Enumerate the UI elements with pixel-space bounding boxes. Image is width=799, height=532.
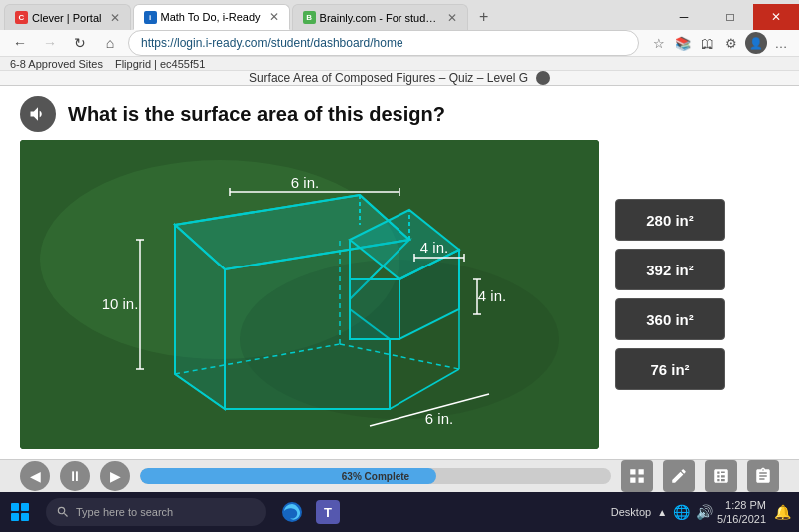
controls-bar: ◀ ⏸ ▶ 63% Complete <box>0 459 799 492</box>
windows-logo <box>11 503 29 521</box>
grid-icon <box>628 467 646 485</box>
pencil-icon-button[interactable] <box>663 460 695 492</box>
svg-text:6 in.: 6 in. <box>291 174 319 191</box>
teams-svg: T <box>316 500 340 524</box>
taskbar-search-icon <box>56 505 70 519</box>
answer-button-2[interactable]: 392 in² <box>615 249 725 290</box>
taskbar-volume-icon[interactable]: 🔊 <box>696 504 713 520</box>
taskbar-teams-icon[interactable]: T <box>314 498 342 526</box>
reading-mode-icon[interactable]: 🕮 <box>697 33 717 53</box>
svg-marker-7 <box>350 279 400 339</box>
more-options-icon[interactable]: … <box>771 33 791 53</box>
question-row: What is the surface area of this design? <box>20 96 779 132</box>
back-nav-button[interactable]: ◀ <box>20 461 50 491</box>
grid-icon-button[interactable] <box>621 460 653 492</box>
pencil-icon <box>670 467 688 485</box>
browser-frame: C Clever | Portal ✕ i Math To Do, i-Read… <box>0 0 799 492</box>
window-minimize[interactable]: ─ <box>661 4 707 30</box>
forward-nav-button[interactable]: ▶ <box>100 461 130 491</box>
taskbar-icons: T <box>272 498 348 526</box>
quiz-header: Surface Area of Composed Figures – Quiz … <box>0 71 799 86</box>
profile-icon[interactable]: 👤 <box>745 32 767 54</box>
collections-icon[interactable]: 📚 <box>673 33 693 53</box>
figure-answers-row: 6 in. 4 in. 4 in. 10 in. <box>20 140 779 449</box>
taskbar-clock: 1:28 PM 5/16/2021 <box>717 498 766 527</box>
extensions-icon[interactable]: ⚙ <box>721 33 741 53</box>
svg-text:6 in.: 6 in. <box>425 410 453 427</box>
taskbar-date: 5/16/2021 <box>717 512 766 526</box>
home-button[interactable]: ⌂ <box>98 31 122 55</box>
taskbar-search-bar[interactable]: Type here to search <box>46 498 266 526</box>
answers-column: 280 in² 392 in² 360 in² 76 in² <box>599 140 725 449</box>
progress-bar: 63% Complete <box>140 468 611 484</box>
tab-close-iready[interactable]: ✕ <box>269 10 279 24</box>
desktop-label: Desktop <box>611 506 651 518</box>
main-content: What is the surface area of this design? <box>0 86 799 459</box>
taskbar-search-text: Type here to search <box>76 506 173 518</box>
bookmark-flipgrid[interactable]: Flipgrid | ec455f51 <box>115 58 205 70</box>
quiz-header-indicator <box>536 71 550 85</box>
notification-button[interactable]: 🔔 <box>774 504 791 520</box>
question-text: What is the surface area of this design? <box>68 103 445 126</box>
taskbar-right: Desktop ▲ 🌐 🔊 1:28 PM 5/16/2021 🔔 <box>611 498 799 527</box>
edge-svg <box>280 500 304 524</box>
taskbar-edge-icon[interactable] <box>278 498 306 526</box>
window-close[interactable]: ✕ <box>753 4 799 30</box>
window-maximize[interactable]: □ <box>707 4 753 30</box>
tab-close-brainly[interactable]: ✕ <box>447 11 457 25</box>
answer-button-4[interactable]: 76 in² <box>615 348 725 390</box>
svg-text:4 in.: 4 in. <box>420 239 448 256</box>
answer-button-3[interactable]: 360 in² <box>615 298 725 340</box>
shape-svg: 6 in. 4 in. 4 in. 10 in. <box>20 140 599 449</box>
bookmarks-bar: 6-8 Approved Sites Flipgrid | ec455f51 <box>0 57 799 71</box>
speaker-button[interactable] <box>20 96 56 132</box>
taskbar-chevron-up[interactable]: ▲ <box>657 507 667 518</box>
star-icon[interactable]: ☆ <box>649 33 669 53</box>
calculator-icon <box>712 467 730 485</box>
back-button[interactable]: ← <box>8 31 32 55</box>
forward-button[interactable]: → <box>38 31 62 55</box>
bookmark-approved-sites[interactable]: 6-8 Approved Sites <box>10 58 103 70</box>
tab-brainly[interactable]: B Brainly.com - For students. By st... ✕ <box>292 4 468 30</box>
url-bar[interactable]: https://login.i-ready.com/student/dashbo… <box>128 30 639 56</box>
refresh-button[interactable]: ↻ <box>68 31 92 55</box>
tabs-bar: C Clever | Portal ✕ i Math To Do, i-Read… <box>0 0 799 30</box>
notepad-icon <box>754 467 772 485</box>
tab-iready[interactable]: i Math To Do, i-Ready ✕ <box>133 4 290 30</box>
new-tab-button[interactable]: + <box>470 4 498 30</box>
tab-close-clever[interactable]: ✕ <box>110 11 120 25</box>
taskbar: Type here to search T Desktop ▲ 🌐 🔊 1:28 <box>0 492 799 532</box>
address-bar-icons: ☆ 📚 🕮 ⚙ 👤 … <box>649 32 791 54</box>
taskbar-network-icon[interactable]: 🌐 <box>673 504 690 520</box>
svg-text:10 in.: 10 in. <box>102 295 139 312</box>
taskbar-time: 1:28 PM <box>725 498 766 512</box>
svg-text:T: T <box>324 505 332 520</box>
figure-area: 6 in. 4 in. 4 in. 10 in. <box>20 140 599 449</box>
answer-button-1[interactable]: 280 in² <box>615 199 725 241</box>
address-bar-row: ← → ↻ ⌂ https://login.i-ready.com/studen… <box>0 30 799 57</box>
tab-clever[interactable]: C Clever | Portal ✕ <box>4 4 131 30</box>
notepad-icon-button[interactable] <box>747 460 779 492</box>
speaker-icon <box>28 104 48 124</box>
start-button[interactable] <box>0 492 40 532</box>
pause-button[interactable]: ⏸ <box>60 461 90 491</box>
progress-label: 63% Complete <box>140 468 611 484</box>
calculator-icon-button[interactable] <box>705 460 737 492</box>
quiz-title: Surface Area of Composed Figures – Quiz … <box>249 71 528 85</box>
svg-text:4 in.: 4 in. <box>478 287 506 304</box>
